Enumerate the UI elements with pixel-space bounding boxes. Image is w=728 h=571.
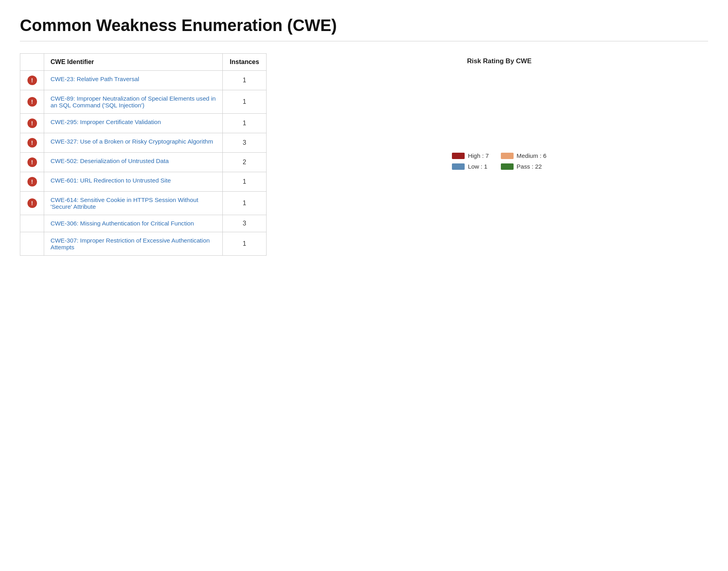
high-severity-icon: !	[27, 177, 37, 186]
cwe-link[interactable]: CWE-307: Improper Restriction of Excessi…	[51, 237, 210, 251]
high-severity-icon: !	[27, 97, 37, 107]
severity-icon-cell: !	[20, 232, 44, 256]
table-row: !CWE-502: Deserialization of Untrusted D…	[20, 153, 267, 172]
cwe-identifier-cell[interactable]: CWE-89: Improper Neutralization of Speci…	[44, 90, 223, 114]
severity-icon-cell: !	[20, 215, 44, 232]
cwe-link[interactable]: CWE-502: Deserialization of Untrusted Da…	[51, 157, 169, 164]
cwe-identifier-cell[interactable]: CWE-327: Use of a Broken or Risky Crypto…	[44, 133, 223, 153]
instances-cell: 1	[223, 114, 267, 133]
instances-cell: 3	[223, 133, 267, 153]
table-row: !CWE-614: Sensitive Cookie in HTTPS Sess…	[20, 192, 267, 215]
instances-cell: 1	[223, 192, 267, 215]
legend-pass: Pass : 22	[501, 163, 547, 170]
cwe-link[interactable]: CWE-23: Relative Path Traversal	[51, 76, 139, 82]
donut-svg	[436, 73, 563, 143]
legend-low: Low : 1	[452, 163, 489, 170]
severity-icon-cell: !	[20, 90, 44, 114]
legend-label-low: Low : 1	[468, 163, 487, 170]
cwe-link[interactable]: CWE-295: Improper Certificate Validation	[51, 118, 161, 125]
chart-section: Risk Rating By CWE	[290, 53, 708, 170]
instances-cell: 1	[223, 232, 267, 256]
chart-title: Risk Rating By CWE	[467, 57, 531, 65]
table-row: ! CWE-306: Missing Authentication for Cr…	[20, 215, 267, 232]
high-severity-icon: !	[27, 76, 37, 85]
legend-medium: Medium : 6	[501, 152, 547, 159]
severity-icon-cell: !	[20, 153, 44, 172]
cwe-identifier-cell[interactable]: CWE-23: Relative Path Traversal	[44, 71, 223, 90]
cwe-table: CWE Identifier Instances !CWE-23: Relati…	[20, 53, 267, 256]
instances-cell: 3	[223, 215, 267, 232]
cwe-link[interactable]: CWE-327: Use of a Broken or Risky Crypto…	[51, 138, 213, 145]
cwe-identifier-cell[interactable]: CWE-307: Improper Restriction of Excessi…	[44, 232, 223, 256]
col-instances: Instances	[223, 54, 267, 71]
table-row: !CWE-23: Relative Path Traversal1	[20, 71, 267, 90]
table-row: !CWE-327: Use of a Broken or Risky Crypt…	[20, 133, 267, 153]
high-severity-icon: !	[27, 118, 37, 128]
instances-cell: 1	[223, 90, 267, 114]
cwe-identifier-cell[interactable]: CWE-306: Missing Authentication for Crit…	[44, 215, 223, 232]
col-icon	[20, 54, 44, 71]
severity-icon-cell: !	[20, 192, 44, 215]
cwe-link[interactable]: CWE-614: Sensitive Cookie in HTTPS Sessi…	[51, 196, 198, 210]
col-identifier: CWE Identifier	[44, 54, 223, 71]
legend-high: High : 7	[452, 152, 489, 159]
instances-cell: 2	[223, 153, 267, 172]
cwe-identifier-cell[interactable]: CWE-614: Sensitive Cookie in HTTPS Sessi…	[44, 192, 223, 215]
legend-swatch-high	[452, 153, 465, 159]
severity-icon-cell: !	[20, 71, 44, 90]
page-title: Common Weakness Enumeration (CWE)	[20, 16, 708, 41]
legend-label-high: High : 7	[468, 152, 489, 159]
legend-swatch-low	[452, 163, 465, 170]
table-row: !CWE-89: Improper Neutralization of Spec…	[20, 90, 267, 114]
high-severity-icon: !	[27, 138, 37, 148]
table-row: !CWE-601: URL Redirection to Untrusted S…	[20, 172, 267, 192]
high-severity-icon: !	[27, 198, 37, 208]
severity-icon-cell: !	[20, 114, 44, 133]
cwe-identifier-cell[interactable]: CWE-295: Improper Certificate Validation	[44, 114, 223, 133]
severity-icon-cell: !	[20, 172, 44, 192]
instances-cell: 1	[223, 172, 267, 192]
legend-label-pass: Pass : 22	[517, 163, 542, 170]
legend-label-medium: Medium : 6	[517, 152, 547, 159]
instances-cell: 1	[223, 71, 267, 90]
main-layout: CWE Identifier Instances !CWE-23: Relati…	[20, 53, 708, 256]
cwe-link[interactable]: CWE-89: Improper Neutralization of Speci…	[51, 95, 216, 109]
legend-swatch-medium	[501, 153, 514, 159]
cwe-link[interactable]: CWE-306: Missing Authentication for Crit…	[51, 220, 194, 227]
cwe-link[interactable]: CWE-601: URL Redirection to Untrusted Si…	[51, 177, 171, 184]
legend-swatch-pass	[501, 163, 514, 170]
cwe-identifier-cell[interactable]: CWE-601: URL Redirection to Untrusted Si…	[44, 172, 223, 192]
table-row: !CWE-295: Improper Certificate Validatio…	[20, 114, 267, 133]
high-severity-icon: !	[27, 157, 37, 167]
donut-chart	[436, 73, 563, 143]
table-row: ! CWE-307: Improper Restriction of Exces…	[20, 232, 267, 256]
cwe-identifier-cell[interactable]: CWE-502: Deserialization of Untrusted Da…	[44, 153, 223, 172]
severity-icon-cell: !	[20, 133, 44, 153]
cwe-table-section: CWE Identifier Instances !CWE-23: Relati…	[20, 53, 267, 256]
chart-legend: High : 7 Medium : 6 Low : 1 Pass : 22	[452, 152, 546, 170]
